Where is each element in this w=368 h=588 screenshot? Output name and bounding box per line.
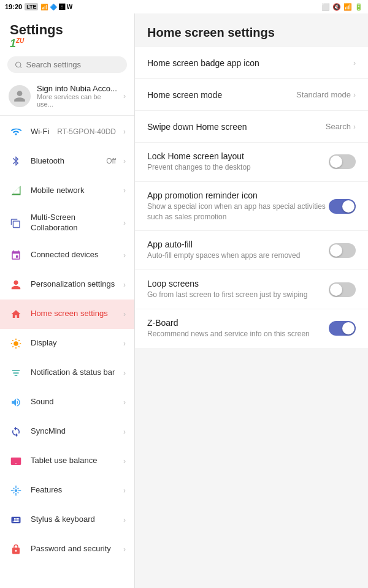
app-container: Settings 1ZU Sign into Nubia Acco... Mor… bbox=[0, 13, 368, 588]
sidebar-item-multi[interactable]: Multi-Screen Collaboration › bbox=[0, 205, 134, 241]
svg-point-2 bbox=[13, 341, 18, 346]
mute-icon: 🔇 bbox=[332, 3, 341, 11]
sidebar-item-personalization[interactable]: Personalization settings › bbox=[0, 270, 134, 300]
sidebar-label-wifi: Wi-Fi bbox=[31, 127, 50, 137]
sidebar-chevron-keyboard: › bbox=[123, 516, 126, 524]
search-box[interactable] bbox=[7, 56, 127, 73]
setting-right-swipe: Search› bbox=[326, 122, 356, 131]
setting-item-badge[interactable]: Home screen badge app icon › bbox=[135, 47, 368, 79]
sidebar-label-home: Home screen settings bbox=[31, 309, 116, 319]
setting-sub-zboard: Recommend news and service info on this … bbox=[147, 329, 329, 339]
sidebar-label-syncmind: SyncMind bbox=[31, 426, 116, 437]
display-icon bbox=[9, 336, 23, 351]
account-name: Sign into Nubia Acco... bbox=[37, 84, 117, 93]
account-sub: More services can be use... bbox=[37, 93, 117, 108]
sidebar-label-mobile: Mobile network bbox=[31, 186, 116, 196]
account-chevron: › bbox=[123, 92, 126, 100]
setting-right-mode: Standard mode› bbox=[296, 90, 356, 99]
setting-content-zboard: Z-Board Recommend news and service info … bbox=[147, 318, 329, 339]
sidebar-label-display: Display bbox=[31, 338, 116, 349]
sidebar-value-bluetooth: Off bbox=[106, 157, 116, 165]
sidebar-label-connected: Connected devices bbox=[31, 250, 116, 260]
setting-value-swipe: Search bbox=[326, 122, 351, 131]
sidebar-chevron-multi: › bbox=[123, 219, 126, 227]
sidebar-item-sound[interactable]: Sound › bbox=[0, 388, 134, 417]
settings-header: Settings 1ZU bbox=[0, 13, 134, 51]
setting-content-mode: Home screen mode bbox=[147, 90, 291, 100]
sidebar-item-mobile[interactable]: Mobile network › bbox=[0, 176, 134, 205]
setting-title-zboard: Z-Board bbox=[147, 318, 329, 328]
sidebar-item-bluetooth[interactable]: Bluetooth Off › bbox=[0, 146, 134, 176]
toggle-promotion[interactable] bbox=[329, 199, 356, 214]
status-time: 19:20 bbox=[5, 3, 22, 10]
setting-content-promotion: App promotion reminder icon Show a speci… bbox=[147, 190, 329, 222]
setting-title-mode: Home screen mode bbox=[147, 90, 291, 100]
setting-item-autofill[interactable]: App auto-fill Auto-fill empty spaces whe… bbox=[135, 231, 368, 270]
svg-line-1 bbox=[20, 66, 21, 67]
sound-icon bbox=[9, 395, 23, 410]
toggle-autofill[interactable] bbox=[329, 243, 356, 258]
setting-item-zboard[interactable]: Z-Board Recommend news and service info … bbox=[135, 309, 368, 348]
sidebar-item-keyboard[interactable]: Stylus & keyboard › bbox=[0, 505, 134, 535]
toggle-zboard[interactable] bbox=[329, 321, 356, 336]
network-indicator: LTE bbox=[25, 3, 38, 10]
sidebar-item-display[interactable]: Display › bbox=[0, 329, 134, 358]
sidebar-label-sound: Sound bbox=[31, 397, 116, 407]
setting-item-swipe[interactable]: Swipe down Home screen Search› bbox=[135, 111, 368, 143]
setting-sub-promotion: Show a special icon when an app has spec… bbox=[147, 202, 329, 222]
setting-item-mode[interactable]: Home screen mode Standard mode› bbox=[135, 79, 368, 111]
avatar bbox=[9, 85, 31, 107]
setting-item-loop[interactable]: Loop screens Go from last screen to firs… bbox=[135, 270, 368, 309]
sidebar-item-features[interactable]: Features › bbox=[0, 476, 134, 505]
chevron-badge: › bbox=[353, 59, 356, 67]
sidebar-label-personalization: Personalization settings bbox=[31, 279, 116, 290]
sidebar-divider-1 bbox=[0, 115, 134, 116]
sidebar-label-keyboard: Stylus & keyboard bbox=[31, 514, 116, 525]
features-icon bbox=[9, 483, 23, 498]
setting-item-lock[interactable]: Lock Home screen layout Prevent changes … bbox=[135, 143, 368, 182]
sidebar-item-password[interactable]: Password and security › bbox=[0, 535, 134, 564]
setting-title-lock: Lock Home screen layout bbox=[147, 151, 329, 161]
notif-icon bbox=[9, 366, 23, 380]
setting-content-swipe: Swipe down Home screen bbox=[147, 122, 321, 132]
home-icon bbox=[9, 307, 23, 322]
sidebar-item-tablet[interactable]: Tablet use balance › bbox=[0, 447, 134, 476]
settings-logo: 1ZU bbox=[10, 38, 125, 49]
mobile-icon bbox=[9, 183, 23, 198]
chevron-mode: › bbox=[353, 91, 356, 99]
setting-item-promotion[interactable]: App promotion reminder icon Show a speci… bbox=[135, 182, 368, 232]
sidebar-item-connected[interactable]: Connected devices › bbox=[0, 241, 134, 270]
status-bar-left: 19:20 LTE 📶 🔷 🅱 W bbox=[5, 3, 72, 10]
search-input[interactable] bbox=[26, 60, 120, 69]
sidebar-label-multi: Multi-Screen Collaboration bbox=[31, 213, 116, 233]
panel-title: Home screen settings bbox=[147, 26, 356, 40]
setting-title-swipe: Swipe down Home screen bbox=[147, 122, 321, 132]
sidebar-chevron-mobile: › bbox=[123, 186, 126, 195]
sidebar-chevron-wifi: › bbox=[123, 127, 126, 136]
right-panel: Home screen settings Home screen badge a… bbox=[135, 13, 368, 588]
sidebar-item-home[interactable]: Home screen settings › bbox=[0, 300, 134, 329]
setting-title-loop: Loop screens bbox=[147, 279, 329, 288]
chevron-swipe: › bbox=[353, 123, 356, 131]
sidebar-label-features: Features bbox=[31, 485, 116, 496]
sidebar-label-password: Password and security bbox=[31, 544, 116, 554]
wifi-icon bbox=[9, 124, 23, 139]
sidebar-chevron-home: › bbox=[123, 310, 126, 318]
sidebar-item-wifi[interactable]: Wi-Fi RT-5GPON-40DD › bbox=[0, 117, 134, 146]
toggle-loop[interactable] bbox=[329, 282, 356, 297]
sidebar-chevron-syncmind: › bbox=[123, 428, 126, 436]
sidebar-label-tablet: Tablet use balance bbox=[31, 456, 116, 466]
search-icon bbox=[15, 61, 22, 69]
sidebar-chevron-personalization: › bbox=[123, 281, 126, 289]
account-item[interactable]: Sign into Nubia Acco... More services ca… bbox=[0, 78, 134, 114]
settings-title: Settings bbox=[10, 22, 125, 38]
setting-sub-lock: Prevent changes to the desktop bbox=[147, 162, 329, 173]
sidebar-item-notification[interactable]: Notification & status bar › bbox=[0, 358, 134, 388]
sidebar-label-bluetooth: Bluetooth bbox=[31, 156, 99, 167]
sidebar-chevron-connected: › bbox=[123, 251, 126, 260]
sidebar-chevron-sound: › bbox=[123, 398, 126, 407]
sidebar-label-notification: Notification & status bar bbox=[31, 368, 116, 378]
sidebar-item-syncmind[interactable]: SyncMind › bbox=[0, 417, 134, 447]
status-bar-right: ⬜ 🔇 📶 🔋 bbox=[321, 3, 363, 11]
toggle-lock[interactable] bbox=[329, 154, 356, 169]
